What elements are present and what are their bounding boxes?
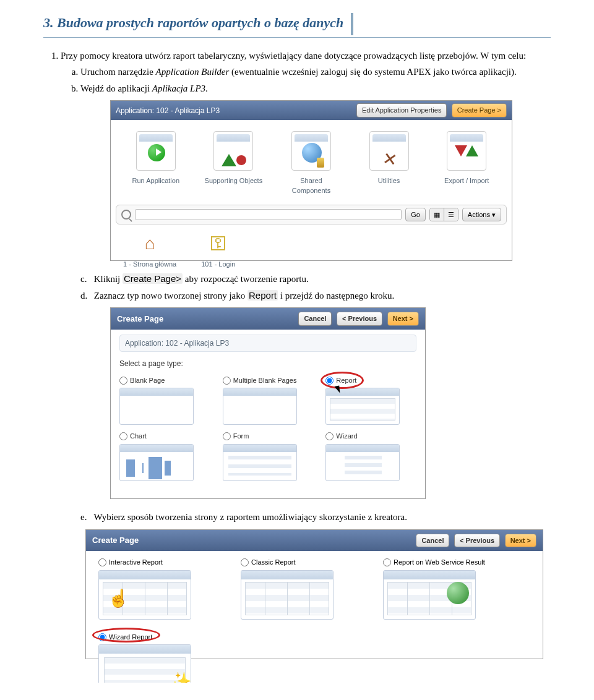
radio-report[interactable] — [325, 377, 334, 385]
search-input[interactable] — [135, 209, 402, 220]
option-wizard-report-label: Wizard Report — [109, 632, 152, 642]
option-form[interactable]: Form — [223, 431, 314, 481]
option-chart[interactable]: Chart — [119, 431, 210, 481]
cancel-button[interactable]: Cancel — [298, 312, 332, 326]
tile-run-application[interactable]: Run Application — [125, 131, 187, 196]
wizard-title: Create Page — [117, 313, 163, 325]
heading-accent — [351, 13, 353, 35]
option-wizard[interactable]: Wizard — [325, 431, 416, 481]
create-page-button[interactable]: Create Page > — [452, 103, 507, 117]
list-view-icon: ☰ — [444, 208, 458, 221]
magic-wand-icon: ✨ — [170, 668, 192, 683]
tile-label: Run Application — [132, 177, 179, 184]
option-classic-report[interactable]: Classic Report — [241, 557, 334, 620]
wizard-subtitle: Application: 102 - Aplikacja LP3 — [119, 335, 416, 352]
section-title-text: 3. Budowa prostych raportów opartych o b… — [43, 15, 343, 30]
previous-button[interactable]: < Previous — [454, 534, 500, 548]
create-page-label: Create Page> — [123, 273, 183, 284]
cancel-button[interactable]: Cancel — [416, 534, 449, 548]
previous-button[interactable]: < Previous — [337, 312, 382, 326]
tile-utilities[interactable]: Utilities — [358, 131, 420, 196]
tile-label: Supporting Objects — [205, 177, 263, 184]
view-toggle[interactable]: ▦☰ — [429, 208, 458, 222]
globe-icon — [447, 582, 469, 604]
step1-d: d. Zaznacz typ nowo tworzonej strony jak… — [80, 289, 551, 303]
screenshot-app-home: Application: 102 - Aplikacja LP3 Edit Ap… — [110, 100, 512, 261]
breadcrumb: Application: 102 - Aplikacja LP3 — [116, 105, 220, 116]
option-report-web-service[interactable]: Report on Web Service Result — [383, 557, 485, 620]
key-icon: ⚿ — [205, 231, 231, 257]
select-page-type-prompt: Select a page type: — [119, 358, 416, 369]
tile-export-import[interactable]: Export / Import — [436, 131, 497, 196]
wizard-title: Create Page — [92, 534, 139, 547]
edit-app-properties-button[interactable]: Edit Application Properties — [356, 103, 447, 117]
grid-view-icon: ▦ — [430, 208, 444, 221]
page-label: 101 - Login — [201, 260, 235, 268]
step1-intro: Przy pomocy kreatora utwórz raport tabel… — [61, 51, 526, 61]
report-type-label: Report — [248, 290, 278, 301]
step1-a: Uruchom narzędzie Application Builder (e… — [80, 65, 551, 79]
tile-label: Shared Components — [292, 177, 330, 195]
screenshot-report-subtype: Create Page Cancel < Previous Next > Int… — [85, 529, 543, 659]
go-button[interactable]: Go — [405, 208, 426, 222]
radio-interactive-report[interactable] — [98, 558, 106, 566]
tile-label: Utilities — [378, 177, 400, 184]
radio-wizard[interactable] — [325, 432, 334, 440]
radio-report-webservice[interactable] — [383, 558, 391, 566]
page-tile-login[interactable]: ⚿ 101 - Login — [201, 231, 235, 270]
radio-chart[interactable] — [119, 432, 127, 440]
app-builder-name: Application Builder — [156, 67, 230, 77]
pointer-hand-icon: ☝ — [108, 586, 129, 612]
step1-c: c. Kliknij Create Page> aby rozpocząć tw… — [80, 272, 551, 286]
step-1: Przy pomocy kreatora utwórz raport tabel… — [61, 49, 551, 659]
radio-classic-report[interactable] — [241, 558, 249, 566]
screenshot-create-page-type: Create Page Cancel < Previous Next > App… — [110, 307, 426, 499]
page-tile-home[interactable]: ⌂ 1 - Strona główna — [123, 231, 176, 270]
search-icon — [121, 210, 131, 220]
radio-form[interactable] — [223, 432, 231, 440]
radio-multiple-blank[interactable] — [223, 377, 231, 385]
page-label: 1 - Strona główna — [123, 260, 176, 268]
step1-b: Wejdź do aplikacji Aplikacja LP3. — [80, 82, 551, 96]
tile-label: Export / Import — [444, 177, 489, 184]
option-report[interactable]: Report — [325, 375, 416, 425]
radio-blank-page[interactable] — [119, 377, 127, 385]
option-interactive-report[interactable]: Interactive Report ☝ — [98, 557, 191, 620]
next-button[interactable]: Next > — [387, 312, 419, 326]
next-button[interactable]: Next > — [505, 534, 536, 548]
option-multiple-blank-pages[interactable]: Multiple Blank Pages — [223, 375, 314, 425]
app-lp3-name: Aplikacja LP3 — [152, 83, 205, 93]
section-heading: 3. Budowa prostych raportów opartych o b… — [43, 12, 551, 38]
radio-wizard-report[interactable] — [98, 633, 106, 641]
step1-e: e. Wybierz sposób tworzenia strony z rap… — [80, 510, 551, 524]
option-blank-page[interactable]: Blank Page — [119, 375, 210, 425]
tile-shared-components[interactable]: Shared Components — [280, 131, 342, 196]
tile-supporting-objects[interactable]: Supporting Objects — [202, 131, 264, 196]
actions-button[interactable]: Actions ▾ — [462, 208, 501, 222]
home-icon: ⌂ — [137, 231, 163, 257]
